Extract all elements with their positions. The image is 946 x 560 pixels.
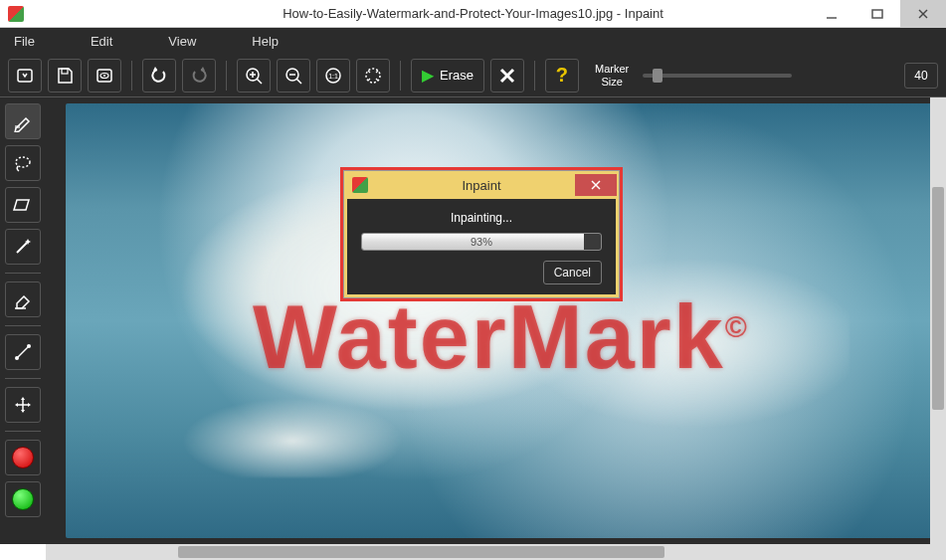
- zoom-in-button[interactable]: [237, 59, 271, 93]
- undo-icon: [149, 66, 169, 86]
- move-icon: [12, 394, 34, 416]
- app-icon: [8, 6, 24, 22]
- canvas-area[interactable]: WaterMark©: [46, 97, 946, 544]
- dialog-highlight: Inpaint Inpainting... 93% Cancel: [340, 167, 623, 301]
- move-tool[interactable]: [5, 387, 41, 423]
- scrollbar-thumb[interactable]: [178, 546, 664, 558]
- lasso-icon: [12, 152, 34, 174]
- dialog-app-icon: [352, 177, 368, 193]
- marker-tool[interactable]: [5, 103, 41, 139]
- open-button[interactable]: [8, 59, 42, 93]
- svg-rect-1: [872, 10, 882, 18]
- cancel-button[interactable]: Cancel: [543, 261, 602, 284]
- clear-button[interactable]: [490, 59, 524, 93]
- toolbar-separator: [534, 61, 535, 91]
- x-icon: [498, 67, 516, 85]
- scrollbar-thumb[interactable]: [932, 187, 944, 411]
- maximize-icon: [871, 8, 883, 20]
- close-icon: [590, 179, 602, 191]
- eraser-icon: [12, 288, 34, 310]
- dialog-status: Inpainting...: [361, 211, 602, 225]
- zoom-actual-icon: 1:1: [323, 66, 343, 86]
- window-title: How-to-Easily-Watermark-and-Protect-Your…: [0, 6, 946, 21]
- side-separator: [5, 378, 41, 379]
- magic-wand-icon: [12, 236, 34, 258]
- menu-edit[interactable]: Edit: [63, 34, 140, 49]
- redo-button[interactable]: [182, 59, 216, 93]
- progress-text: 93%: [362, 234, 601, 250]
- lasso-tool[interactable]: [5, 145, 41, 181]
- slider-thumb[interactable]: [653, 69, 662, 83]
- close-button[interactable]: [900, 0, 946, 28]
- marker-size-label: Marker Size: [595, 63, 629, 87]
- svg-line-27: [18, 347, 28, 357]
- menu-file[interactable]: File: [0, 34, 63, 49]
- toolbar-separator: [131, 61, 132, 91]
- red-circle-icon: [12, 447, 34, 468]
- svg-line-23: [17, 243, 27, 253]
- line-icon: [12, 341, 34, 363]
- save-icon: [55, 66, 75, 86]
- zoom-actual-button[interactable]: 1:1: [316, 59, 350, 93]
- line-tool[interactable]: [5, 334, 41, 370]
- zoom-out-icon: [284, 66, 303, 86]
- toolbar-separator: [226, 61, 227, 91]
- svg-line-14: [296, 79, 301, 84]
- magic-wand-tool[interactable]: [5, 229, 41, 265]
- menubar: File Edit View Help: [0, 28, 946, 54]
- help-button[interactable]: ?: [545, 59, 579, 93]
- toolbar-separator: [400, 61, 401, 91]
- dialog-close-button[interactable]: [575, 174, 617, 196]
- vertical-scrollbar[interactable]: [930, 97, 946, 544]
- svg-rect-21: [15, 125, 20, 128]
- marker-size-value[interactable]: 40: [904, 63, 938, 89]
- question-icon: ?: [556, 64, 568, 87]
- erase-button[interactable]: ▶ Erase: [411, 59, 484, 93]
- redo-icon: [189, 66, 209, 86]
- zoom-fit-button[interactable]: [356, 59, 390, 93]
- green-circle-icon: [12, 488, 34, 510]
- marker-size-slider[interactable]: [643, 74, 792, 78]
- save-button[interactable]: [48, 59, 82, 93]
- side-toolbar: [0, 97, 46, 544]
- zoom-out-button[interactable]: [277, 59, 310, 93]
- workspace: WaterMark©: [0, 97, 946, 544]
- horizontal-scrollbar[interactable]: [46, 544, 930, 560]
- polygon-icon: [12, 194, 34, 216]
- open-icon: [15, 66, 35, 86]
- svg-point-22: [16, 157, 30, 167]
- progress-bar: 93%: [361, 233, 602, 251]
- progress-dialog: Inpaint Inpainting... 93% Cancel: [343, 170, 620, 298]
- menu-help[interactable]: Help: [224, 34, 306, 49]
- window-titlebar: How-to-Easily-Watermark-and-Protect-Your…: [0, 0, 946, 28]
- side-separator: [5, 431, 41, 432]
- main-toolbar: 1:1 ▶ Erase ? Marker Size 40: [0, 54, 946, 97]
- side-separator: [5, 325, 41, 326]
- erase-label: Erase: [440, 68, 473, 83]
- zoom-in-icon: [244, 66, 264, 86]
- eraser-tool[interactable]: [5, 281, 41, 317]
- side-separator: [5, 273, 41, 274]
- svg-text:1:1: 1:1: [328, 73, 338, 80]
- scrollbar-corner: [930, 544, 946, 560]
- dialog-actions: Cancel: [361, 261, 602, 284]
- minimize-button[interactable]: [809, 0, 854, 28]
- marker-icon: [12, 110, 34, 132]
- mask-red-tool[interactable]: [5, 440, 41, 475]
- polygon-tool[interactable]: [5, 187, 41, 223]
- eye-icon: [95, 66, 114, 86]
- close-icon: [917, 8, 929, 20]
- play-icon: ▶: [422, 66, 434, 85]
- dialog-titlebar[interactable]: Inpaint: [344, 171, 619, 199]
- window-controls: [809, 0, 946, 28]
- svg-point-8: [103, 75, 105, 77]
- preview-button[interactable]: [88, 59, 121, 93]
- menu-view[interactable]: View: [140, 34, 224, 49]
- zoom-fit-icon: [363, 66, 383, 86]
- maximize-button[interactable]: [854, 0, 900, 28]
- minimize-icon: [826, 8, 838, 20]
- dialog-body: Inpainting... 93% Cancel: [344, 199, 619, 297]
- svg-line-10: [257, 79, 262, 84]
- undo-button[interactable]: [142, 59, 176, 93]
- mask-green-tool[interactable]: [5, 481, 41, 517]
